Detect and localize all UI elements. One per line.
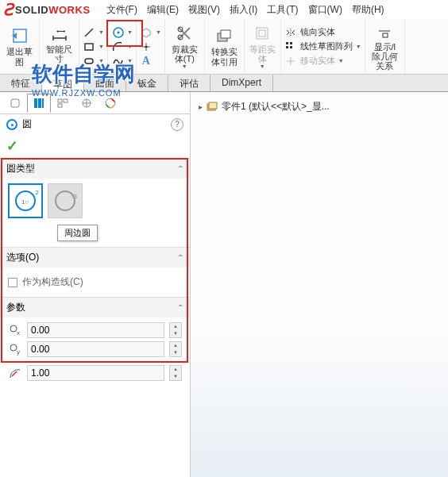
checkbox[interactable] — [8, 278, 17, 287]
convert-icon — [214, 26, 234, 45]
tab-sketch[interactable]: 草图 — [42, 75, 84, 92]
panel-tab-property[interactable] — [27, 94, 51, 113]
panel-body: 圆类型 ⌃ 周边圆 选项(O) ⌃ — [0, 158, 190, 389]
panel-title: 圆 — [22, 117, 32, 131]
spin-up[interactable]: ▲ — [170, 323, 181, 330]
feature-tree-root[interactable]: ▸ 零件1 (默认<<默认>_显... — [197, 98, 442, 115]
svg-rect-23 — [11, 99, 19, 107]
chevron-down-icon: ▼ — [98, 58, 104, 63]
section-header-circle-type[interactable]: 圆类型 ⌃ — [0, 159, 190, 179]
circle-type-center[interactable] — [8, 183, 43, 218]
menu-file[interactable]: 文件(F) — [106, 3, 137, 17]
menu-window[interactable]: 窗口(W) — [308, 3, 342, 17]
chevron-down-icon: ▼ — [156, 29, 161, 35]
expand-icon[interactable]: ▸ — [199, 102, 203, 111]
cy-icon: y — [8, 342, 22, 356]
line-icon — [83, 26, 95, 39]
svg-text:x: x — [17, 329, 20, 337]
panel-tab-dim[interactable] — [75, 94, 98, 113]
polygon-tool[interactable]: ▼ — [140, 26, 161, 39]
point-tool[interactable] — [140, 40, 161, 53]
spin-down[interactable]: ▼ — [170, 349, 181, 356]
panel-tab-feature[interactable] — [3, 94, 27, 113]
more-tools-group: ▼ A — [137, 19, 165, 74]
tab-surface[interactable]: 曲面 — [84, 75, 126, 91]
point-icon — [140, 40, 153, 53]
tooltip: 周边圆 — [57, 225, 98, 241]
rect-icon — [83, 40, 95, 53]
panel-header: 圆 ? — [0, 114, 190, 134]
section-header-options[interactable]: 选项(O) ⌃ — [0, 248, 190, 267]
tab-features[interactable]: 特征 — [0, 75, 42, 91]
offset-button[interactable]: 等距实 体 ▼ — [245, 19, 281, 74]
part-icon — [206, 101, 218, 113]
menu-view[interactable]: 视图(V) — [188, 3, 220, 17]
text-tool[interactable]: A — [140, 55, 161, 67]
text-icon: A — [140, 55, 153, 67]
cy-input[interactable] — [27, 341, 164, 357]
menu-insert[interactable]: 插入(I) — [230, 3, 257, 17]
menu-tools[interactable]: 工具(T) — [267, 3, 298, 17]
pattern-tool[interactable]: 线性草图阵列▼ — [284, 40, 361, 53]
radius-icon — [8, 366, 22, 380]
svg-rect-17 — [286, 42, 288, 44]
slot-tool[interactable]: ▼ — [83, 55, 104, 67]
param-cy-row: y ▲▼ — [8, 341, 182, 357]
svg-text:y: y — [17, 348, 20, 356]
exit-sketch-button[interactable]: 退出草 图 — [0, 19, 40, 74]
logo-ds-icon: Ƨ — [3, 0, 14, 19]
chevron-down-icon: ▼ — [356, 44, 361, 49]
graphics-area[interactable]: ▸ 零件1 (默认<<默认>_显... — [191, 92, 448, 477]
logo-works: WORKS — [48, 4, 90, 16]
section-header-params[interactable]: 参数 ⌃ — [0, 298, 190, 317]
circle-tool[interactable]: ▼ — [111, 26, 133, 39]
cy-spinner: ▲▼ — [169, 341, 182, 357]
menubar: Ƨ SOLIDWORKS 文件(F) 编辑(E) 视图(V) 插入(I) 工具(… — [0, 0, 448, 19]
r-input[interactable] — [27, 365, 164, 381]
spin-down[interactable]: ▼ — [170, 373, 181, 380]
param-r-row: ▲▼ — [8, 365, 182, 381]
mirror-tool[interactable]: 镜向实体 — [284, 26, 361, 39]
arc-tool[interactable]: ▼ — [111, 40, 133, 53]
circle-type-perimeter[interactable] — [48, 183, 83, 218]
perimeter-circle-icon — [55, 190, 75, 211]
chevron-down-icon: ▼ — [56, 63, 62, 69]
convert-button[interactable]: 转换实 体引用 — [205, 19, 245, 74]
relations-icon — [375, 22, 394, 40]
ok-button[interactable]: ✓ — [6, 138, 18, 154]
spin-down[interactable]: ▼ — [170, 330, 181, 337]
construction-checkbox-row[interactable]: 作为构造线(C) — [8, 272, 182, 292]
menu-help[interactable]: 帮助(H) — [352, 3, 384, 17]
move-tool[interactable]: 移动实体▼ — [284, 55, 361, 67]
spin-up[interactable]: ▲ — [170, 342, 181, 349]
display-relations-button[interactable]: 显示/l 除几何 关系 — [365, 19, 405, 74]
spin-up[interactable]: ▲ — [170, 366, 181, 373]
menu-edit[interactable]: 编辑(E) — [147, 3, 179, 17]
sketch-tools-group: ▼ ▼ ▼ — [79, 19, 108, 74]
spline-tool[interactable]: ▼ — [111, 55, 133, 67]
collapse-arrow-icon: ⌃ — [177, 253, 183, 262]
trim-button[interactable]: 剪裁实 体(T) ▼ — [165, 19, 205, 74]
svg-text:⟷: ⟷ — [56, 28, 66, 35]
chevron-down-icon: ▼ — [127, 44, 133, 49]
tab-dimxpert[interactable]: DimXpert — [210, 75, 273, 91]
tab-sheetmetal[interactable]: 钣金 — [126, 75, 168, 91]
slot-icon — [83, 55, 95, 67]
panel-tab-config[interactable] — [51, 94, 75, 113]
line-tool[interactable]: ▼ — [83, 26, 104, 39]
dimension-icon: ⟷ — [50, 24, 69, 43]
rect-tool[interactable]: ▼ — [83, 40, 104, 53]
chevron-down-icon: ▼ — [127, 29, 133, 35]
panel-tab-appearance[interactable] — [98, 94, 122, 113]
help-icon[interactable]: ? — [171, 118, 183, 131]
cx-input[interactable] — [27, 322, 164, 338]
svg-rect-26 — [42, 98, 44, 108]
svg-rect-25 — [38, 98, 41, 108]
svg-rect-19 — [286, 46, 288, 48]
section-circle-type: 圆类型 ⌃ 周边圆 — [0, 158, 190, 223]
svg-point-6 — [117, 31, 119, 33]
smart-dimension-button[interactable]: ⟷ 智能尺 寸 ▼ — [40, 19, 79, 74]
svg-rect-29 — [58, 104, 62, 107]
tab-evaluate[interactable]: 评估 — [168, 75, 210, 91]
chevron-down-icon: ▼ — [98, 44, 104, 49]
